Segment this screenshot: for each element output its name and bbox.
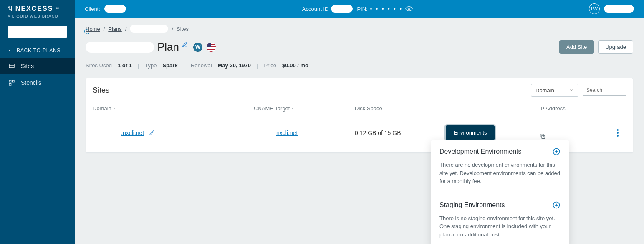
- breadcrumb: Home / Plans / / Sites: [86, 25, 633, 33]
- sidebar-search[interactable]: [8, 26, 67, 38]
- col-disk-header[interactable]: Disk Space: [355, 105, 446, 112]
- sites-used-value: 1 of 1: [118, 62, 132, 69]
- type-value: Spark: [162, 62, 177, 69]
- cname-link[interactable]: nxcli.net: [276, 130, 298, 136]
- add-dev-env-icon[interactable]: [552, 147, 561, 156]
- col-ip-label: IP Address: [539, 105, 566, 112]
- dev-env-title: Development Environments: [439, 148, 522, 155]
- price-label: Price: [264, 62, 276, 69]
- sort-asc-icon: ↑: [291, 106, 294, 111]
- meta-sep: |: [138, 62, 139, 69]
- popover-divider: [438, 193, 562, 193]
- breadcrumb-current: Sites: [177, 26, 189, 32]
- col-disk-label: Disk Space: [355, 105, 382, 112]
- chevron-down-icon: [569, 88, 574, 93]
- renewal-value: May 20, 1970: [218, 62, 251, 69]
- client-label: Client:: [85, 6, 100, 12]
- plan-meta-row: Sites Used 1 of 1 | Type Spark | Renewal…: [86, 62, 633, 69]
- avatar[interactable]: LW: [589, 3, 600, 14]
- svg-rect-4: [9, 80, 11, 82]
- wordpress-icon: W: [193, 43, 202, 52]
- brand-name: NEXCESS: [15, 5, 53, 13]
- plan-name-pill: [86, 42, 154, 53]
- environments-popover: Development Environments There are no de…: [431, 140, 569, 244]
- meta-sep: |: [257, 62, 258, 69]
- pin-label: PIN:: [357, 6, 367, 12]
- sidebar-item-label: Stencils: [21, 79, 41, 86]
- dev-env-heading: Development Environments: [439, 147, 561, 156]
- sites-icon: [8, 63, 15, 69]
- page-heading-row: Plan W Add Site Upgrade: [86, 40, 633, 54]
- meta-sep: |: [184, 62, 185, 69]
- breadcrumb-plan-pill: [130, 25, 168, 33]
- topbar: Client: Account ID PIN: • • • • • • LW: [75, 0, 644, 18]
- breadcrumb-plans[interactable]: Plans: [108, 26, 122, 32]
- breadcrumb-sep: /: [104, 26, 105, 32]
- renewal-label: Renewal: [191, 62, 212, 69]
- svg-rect-5: [12, 80, 14, 82]
- add-stg-env-icon[interactable]: [552, 201, 561, 209]
- sidebar: ℕ NEXCESS ™ A LIQUID WEB BRAND BACK TO P…: [0, 0, 75, 244]
- trademark-icon: ™: [56, 7, 59, 11]
- svg-rect-2: [9, 64, 14, 68]
- card-title: Sites: [93, 86, 109, 95]
- breadcrumb-home[interactable]: Home: [86, 26, 100, 32]
- sites-card: Sites Domain Domain ↑: [86, 78, 633, 153]
- dev-env-text: There are no development environments fo…: [439, 161, 561, 186]
- back-label: BACK TO PLANS: [17, 48, 61, 53]
- client-value-pill: [104, 5, 126, 13]
- sidebar-item-label: Sites: [21, 63, 34, 69]
- edit-domain-icon[interactable]: [149, 130, 155, 136]
- back-to-plans-link[interactable]: BACK TO PLANS: [0, 43, 75, 58]
- svg-rect-6: [9, 83, 11, 85]
- type-label: Type: [145, 62, 157, 69]
- sort-asc-icon: ↑: [113, 106, 116, 111]
- disk-space-value: 0.12 GB of 15 GB: [355, 130, 401, 136]
- filter-select[interactable]: Domain: [531, 84, 578, 97]
- filter-select-label: Domain: [535, 87, 554, 94]
- price-value: $0.00 / mo: [282, 62, 308, 69]
- table-row: .nxcli.net nxcli.net 0.12 GB of 15 GB En…: [86, 116, 633, 149]
- col-cname-label: CNAME Target: [254, 105, 290, 112]
- upgrade-button[interactable]: Upgrade: [598, 40, 633, 54]
- stg-env-title: Staging Environments: [439, 201, 505, 209]
- pin-mask: • • • • • •: [370, 6, 403, 12]
- brand-tagline: A LIQUID WEB BRAND: [8, 14, 67, 18]
- flag-us-icon: [207, 43, 216, 52]
- user-pill[interactable]: [604, 5, 634, 13]
- col-domain-header[interactable]: Domain ↑: [93, 105, 254, 112]
- plan-title: Plan: [157, 41, 179, 53]
- sidebar-search-input[interactable]: [10, 29, 83, 35]
- environments-button[interactable]: Environments: [446, 125, 495, 140]
- content-area: Home / Plans / / Sites Plan W Add Site U…: [75, 18, 644, 160]
- breadcrumb-sep: /: [125, 26, 127, 32]
- stencils-icon: [8, 79, 15, 86]
- sidebar-item-sites[interactable]: Sites: [0, 58, 75, 74]
- sites-used-label: Sites Used: [86, 62, 112, 69]
- col-domain-label: Domain: [93, 105, 111, 112]
- eye-icon[interactable]: [405, 5, 413, 13]
- col-cname-header[interactable]: CNAME Target ↑: [254, 105, 355, 112]
- table-header: Domain ↑ CNAME Target ↑ Disk Space IP Ad…: [86, 101, 633, 116]
- brand-block: ℕ NEXCESS ™ A LIQUID WEB BRAND: [0, 0, 75, 21]
- domain-link[interactable]: .nxcli.net: [121, 130, 144, 136]
- account-id-label: Account ID: [302, 6, 329, 12]
- sidebar-item-stencils[interactable]: Stencils: [0, 74, 75, 91]
- row-actions-menu[interactable]: [609, 129, 626, 137]
- stg-env-heading: Staging Environments: [439, 201, 561, 209]
- svg-point-7: [408, 8, 410, 10]
- edit-plan-icon[interactable]: [182, 41, 188, 48]
- col-ip-header[interactable]: IP Address: [539, 105, 609, 112]
- stg-env-text: There is no staging environment for this…: [439, 214, 561, 239]
- copy-ip-icon[interactable]: [539, 133, 609, 140]
- card-search-input[interactable]: [583, 85, 626, 96]
- chevron-left-icon: [8, 48, 12, 53]
- add-site-button[interactable]: Add Site: [559, 40, 594, 54]
- breadcrumb-sep: /: [172, 26, 173, 32]
- account-id-value-pill: [331, 5, 353, 13]
- brand-mark-icon: ℕ: [8, 4, 13, 13]
